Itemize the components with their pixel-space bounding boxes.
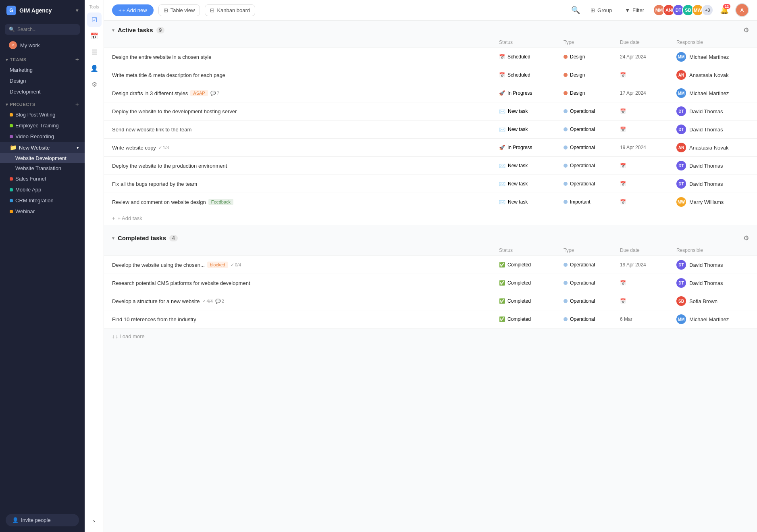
resp-avatar: DT [676, 260, 686, 270]
type-dot [564, 317, 568, 321]
user-avatar[interactable]: A [735, 3, 749, 17]
status-icon: ✉️ [499, 127, 505, 133]
table-row[interactable]: Write meta title & meta description for … [104, 66, 757, 84]
date-cell: 📅 [620, 108, 676, 114]
my-work-item[interactable]: M My work [3, 39, 81, 52]
status-icon: ✉️ [499, 181, 505, 187]
status-label: New task [508, 127, 528, 132]
type-dot [564, 109, 568, 113]
completed-tasks-settings-icon[interactable]: ⚙ [743, 234, 749, 242]
type-cell: Operational [564, 262, 620, 268]
table-row[interactable]: Deploy the website to the development ho… [104, 102, 757, 121]
notification-badge: 12 [723, 4, 730, 9]
calendar-icon: 📅 [620, 298, 626, 304]
teams-label[interactable]: ▾ Teams [6, 57, 27, 62]
tool-person-icon[interactable]: 👤 [87, 61, 102, 75]
tool-list-icon[interactable]: ☰ [87, 45, 102, 59]
type-cell: Design [564, 90, 620, 96]
projects-add-icon[interactable]: + [75, 101, 79, 108]
tool-calendar-icon[interactable]: 📅 [87, 29, 102, 43]
app-dropdown-icon[interactable]: ▾ [76, 8, 78, 13]
table-row[interactable]: Write website copy ✓ 1/3 🚀 In Progress O… [104, 139, 757, 157]
teams-add-icon[interactable]: + [75, 56, 79, 63]
task-name: Deploy the website to the development ho… [112, 108, 499, 114]
task-name: Design the entire website in a chosen st… [112, 54, 499, 60]
table-row[interactable]: Research potential CMS platforms for web… [104, 274, 757, 292]
sidebar-item-employee-training[interactable]: Employee Training [0, 120, 85, 131]
table-row[interactable]: Design the entire website in a chosen st… [104, 48, 757, 66]
table-row[interactable]: Deploy the website to the production env… [104, 157, 757, 175]
sidebar-item-sales-funnel[interactable]: Sales Funnel [0, 173, 85, 184]
search-container: 🔍 Search... [0, 21, 85, 38]
active-tasks-settings-icon[interactable]: ⚙ [743, 26, 749, 34]
calendar-icon: 📅 [620, 280, 626, 286]
load-more-icon: ↓ [112, 333, 115, 339]
sidebar-item-crm-integration[interactable]: CRM Integration [0, 195, 85, 206]
subtask-badge: ✓ 0/4 [231, 262, 241, 268]
type-dot [564, 263, 568, 267]
task-name: Develop a structure for a new website ✓ … [112, 298, 499, 304]
notifications-button[interactable]: 🔔 12 [718, 4, 730, 16]
task-name: Deploy the website to the production env… [112, 163, 499, 169]
sidebar-item-website-development[interactable]: Website Development [0, 153, 85, 163]
sidebar-item-new-website[interactable]: 📁 New Website ▾ [0, 142, 85, 153]
table-row[interactable]: Develop the website using the chosen... … [104, 256, 757, 274]
table-row[interactable]: Develop a structure for a new website ✓ … [104, 292, 757, 310]
table-row[interactable]: Design drafts in 3 different styles ASAP… [104, 84, 757, 102]
col-header-type: Type [564, 39, 620, 45]
task-name: Fix all the bugs reported by the team [112, 181, 499, 187]
type-cell: Operational [564, 163, 620, 168]
search-button[interactable]: 🔍 [570, 4, 582, 16]
sidebar-item-design[interactable]: Design [0, 75, 85, 86]
sidebar-item-mobile-app[interactable]: Mobile App [0, 184, 85, 195]
completed-tasks-chevron[interactable]: ▾ [112, 235, 114, 241]
status-label: New task [508, 108, 528, 114]
type-cell: Operational [564, 108, 620, 114]
add-task-button[interactable]: + + Add task [104, 211, 757, 225]
tool-tasks-icon[interactable]: ☑ [87, 12, 102, 27]
task-name: Send new website link to the team [112, 127, 499, 133]
table-row[interactable]: Fix all the bugs reported by the team ✉️… [104, 175, 757, 193]
type-cell: Operational [564, 316, 620, 322]
status-icon: ✉️ [499, 163, 505, 169]
sidebar-toggle[interactable]: › [93, 518, 95, 524]
sidebar-item-blog-post-writing[interactable]: Blog Post Writing [0, 109, 85, 120]
invite-people-button[interactable]: 👤 Invite people [6, 514, 79, 526]
date-cell: 17 Apr 2024 [620, 90, 676, 96]
table-row[interactable]: Review and comment on website design Fee… [104, 193, 757, 211]
sidebar-item-video-recording[interactable]: Video Recording [0, 131, 85, 142]
type-dot [564, 127, 568, 131]
comment-badge: 💬 2 [215, 299, 224, 304]
avatar-extra[interactable]: +3 [701, 4, 713, 16]
table-view-button[interactable]: ⊞ Table view [158, 4, 200, 16]
group-button[interactable]: ⊞ Group [586, 5, 616, 16]
app-logo[interactable]: G GIM Agency ▾ [0, 0, 85, 21]
new-website-chevron: ▾ [77, 145, 79, 150]
filter-button[interactable]: ▼ Filter [621, 5, 648, 16]
type-cell: Operational [564, 298, 620, 304]
type-cell: Operational [564, 280, 620, 286]
status-icon: ✅ [499, 316, 505, 322]
sidebar-item-webinar[interactable]: Webinar [0, 206, 85, 217]
resp-avatar: AN [676, 70, 686, 80]
status-cell: 🚀 In Progress [499, 145, 564, 150]
resp-avatar: DT [676, 125, 686, 134]
resp-avatar: DT [676, 161, 686, 170]
load-more-button[interactable]: ↓ ↓ Load more [104, 328, 757, 344]
tool-settings-icon[interactable]: ⚙ [87, 77, 102, 91]
projects-label[interactable]: ▾ Projects [6, 102, 35, 107]
sidebar-item-website-translation[interactable]: Website Translation [0, 163, 85, 173]
active-tasks-chevron[interactable]: ▾ [112, 27, 114, 33]
add-new-button[interactable]: + + Add new [112, 4, 154, 16]
search-input[interactable]: 🔍 Search... [5, 24, 80, 35]
table-row[interactable]: Find 10 references from the industry ✅ C… [104, 310, 757, 328]
subtask-badge: ✓ 1/3 [158, 145, 169, 150]
sidebar-item-development[interactable]: Development [0, 86, 85, 97]
type-dot [564, 299, 568, 303]
kanban-icon: ⊟ [210, 7, 214, 13]
kanban-board-button[interactable]: ⊟ Kanban board [205, 4, 255, 16]
group-icon: ⊞ [591, 7, 595, 13]
table-row[interactable]: Send new website link to the team ✉️ New… [104, 121, 757, 139]
sidebar-item-marketing[interactable]: Marketing [0, 64, 85, 75]
date-cell: 6 Mar [620, 316, 676, 322]
